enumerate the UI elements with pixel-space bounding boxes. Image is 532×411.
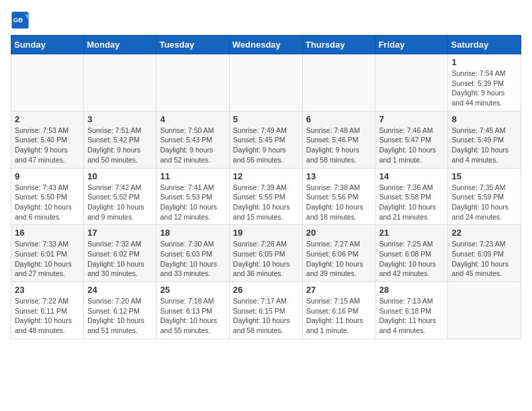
day-info: Sunrise: 7:32 AM Sunset: 6:02 PM Dayligh…	[87, 239, 152, 279]
calendar-cell: 14Sunrise: 7:36 AM Sunset: 5:58 PM Dayli…	[375, 168, 448, 225]
day-info: Sunrise: 7:27 AM Sunset: 6:06 PM Dayligh…	[306, 239, 372, 279]
day-info: Sunrise: 7:53 AM Sunset: 5:40 PM Dayligh…	[15, 126, 80, 165]
calendar-week-5: 23Sunrise: 7:22 AM Sunset: 6:11 PM Dayli…	[11, 282, 521, 339]
calendar-cell: 25Sunrise: 7:18 AM Sunset: 6:13 PM Dayli…	[157, 282, 229, 339]
day-number: 11	[160, 171, 225, 181]
calendar-cell: 1Sunrise: 7:54 AM Sunset: 5:39 PM Daylig…	[448, 54, 521, 111]
calendar-cell: 17Sunrise: 7:32 AM Sunset: 6:02 PM Dayli…	[84, 225, 157, 282]
day-number: 6	[306, 114, 372, 124]
calendar-cell: 15Sunrise: 7:35 AM Sunset: 5:59 PM Dayli…	[448, 168, 521, 225]
calendar-cell	[448, 282, 521, 339]
day-number: 10	[87, 171, 152, 181]
day-info: Sunrise: 7:48 AM Sunset: 5:46 PM Dayligh…	[306, 126, 372, 165]
day-info: Sunrise: 7:15 AM Sunset: 6:16 PM Dayligh…	[306, 296, 372, 336]
calendar-cell: 16Sunrise: 7:33 AM Sunset: 6:01 PM Dayli…	[11, 225, 84, 282]
col-header-tuesday: Tuesday	[157, 36, 229, 54]
day-info: Sunrise: 7:38 AM Sunset: 5:56 PM Dayligh…	[306, 183, 372, 222]
day-info: Sunrise: 7:51 AM Sunset: 5:42 PM Dayligh…	[87, 126, 152, 165]
calendar-cell: 9Sunrise: 7:43 AM Sunset: 5:50 PM Daylig…	[11, 168, 84, 225]
day-number: 16	[15, 228, 80, 238]
day-number: 23	[15, 285, 80, 295]
day-number: 2	[15, 114, 80, 124]
day-info: Sunrise: 7:50 AM Sunset: 5:43 PM Dayligh…	[160, 126, 225, 165]
day-number: 12	[233, 171, 299, 181]
calendar-cell: 10Sunrise: 7:42 AM Sunset: 5:52 PM Dayli…	[84, 168, 157, 225]
day-info: Sunrise: 7:54 AM Sunset: 5:39 PM Dayligh…	[451, 68, 517, 108]
day-info: Sunrise: 7:33 AM Sunset: 6:01 PM Dayligh…	[15, 239, 80, 279]
day-info: Sunrise: 7:42 AM Sunset: 5:52 PM Dayligh…	[87, 183, 152, 222]
day-number: 4	[160, 114, 225, 124]
day-info: Sunrise: 7:41 AM Sunset: 5:53 PM Dayligh…	[160, 183, 225, 222]
col-header-friday: Friday	[375, 36, 448, 54]
day-info: Sunrise: 7:28 AM Sunset: 6:05 PM Dayligh…	[233, 239, 299, 279]
calendar-cell: 8Sunrise: 7:45 AM Sunset: 5:49 PM Daylig…	[448, 111, 521, 168]
calendar-week-2: 2Sunrise: 7:53 AM Sunset: 5:40 PM Daylig…	[11, 111, 521, 168]
calendar-cell: 22Sunrise: 7:23 AM Sunset: 6:09 PM Dayli…	[448, 225, 521, 282]
col-header-thursday: Thursday	[302, 36, 375, 54]
day-number: 9	[15, 171, 80, 181]
calendar-cell: 7Sunrise: 7:46 AM Sunset: 5:47 PM Daylig…	[375, 111, 448, 168]
calendar-cell: 24Sunrise: 7:20 AM Sunset: 6:12 PM Dayli…	[84, 282, 157, 339]
day-number: 20	[306, 228, 372, 238]
day-info: Sunrise: 7:39 AM Sunset: 5:55 PM Dayligh…	[233, 183, 299, 222]
day-number: 27	[306, 285, 372, 295]
day-info: Sunrise: 7:43 AM Sunset: 5:50 PM Dayligh…	[15, 183, 80, 222]
calendar-cell: 12Sunrise: 7:39 AM Sunset: 5:55 PM Dayli…	[229, 168, 302, 225]
day-number: 13	[306, 171, 372, 181]
day-info: Sunrise: 7:36 AM Sunset: 5:58 PM Dayligh…	[379, 183, 444, 222]
calendar-cell: 20Sunrise: 7:27 AM Sunset: 6:06 PM Dayli…	[302, 225, 375, 282]
calendar-week-4: 16Sunrise: 7:33 AM Sunset: 6:01 PM Dayli…	[11, 225, 521, 282]
calendar-cell: 11Sunrise: 7:41 AM Sunset: 5:53 PM Dayli…	[157, 168, 229, 225]
calendar-cell	[84, 54, 157, 111]
col-header-wednesday: Wednesday	[229, 36, 302, 54]
day-number: 1	[451, 57, 517, 67]
calendar-cell: 26Sunrise: 7:17 AM Sunset: 6:15 PM Dayli…	[229, 282, 302, 339]
calendar-cell	[157, 54, 229, 111]
calendar-cell	[375, 54, 448, 111]
calendar-week-1: 1Sunrise: 7:54 AM Sunset: 5:39 PM Daylig…	[11, 54, 521, 111]
calendar-cell: 3Sunrise: 7:51 AM Sunset: 5:42 PM Daylig…	[84, 111, 157, 168]
calendar-cell: 2Sunrise: 7:53 AM Sunset: 5:40 PM Daylig…	[11, 111, 84, 168]
day-info: Sunrise: 7:18 AM Sunset: 6:13 PM Dayligh…	[160, 296, 225, 336]
calendar-cell: 6Sunrise: 7:48 AM Sunset: 5:46 PM Daylig…	[302, 111, 375, 168]
col-header-sunday: Sunday	[11, 36, 84, 54]
day-number: 3	[87, 114, 152, 124]
day-info: Sunrise: 7:30 AM Sunset: 6:03 PM Dayligh…	[160, 239, 225, 279]
day-number: 28	[379, 285, 444, 295]
col-header-monday: Monday	[84, 36, 157, 54]
calendar-cell: 19Sunrise: 7:28 AM Sunset: 6:05 PM Dayli…	[229, 225, 302, 282]
day-number: 24	[87, 285, 152, 295]
day-number: 25	[160, 285, 225, 295]
calendar-week-3: 9Sunrise: 7:43 AM Sunset: 5:50 PM Daylig…	[11, 168, 521, 225]
day-number: 5	[233, 114, 299, 124]
calendar-cell	[302, 54, 375, 111]
svg-text:GB: GB	[13, 16, 24, 24]
calendar-header-row: SundayMondayTuesdayWednesdayThursdayFrid…	[11, 36, 521, 54]
day-info: Sunrise: 7:23 AM Sunset: 6:09 PM Dayligh…	[451, 239, 517, 279]
day-info: Sunrise: 7:20 AM Sunset: 6:12 PM Dayligh…	[87, 296, 152, 336]
day-info: Sunrise: 7:25 AM Sunset: 6:08 PM Dayligh…	[379, 239, 444, 279]
day-number: 26	[233, 285, 299, 295]
logo-icon: GB	[11, 11, 30, 30]
day-info: Sunrise: 7:22 AM Sunset: 6:11 PM Dayligh…	[15, 296, 80, 336]
day-number: 17	[87, 228, 152, 238]
day-number: 21	[379, 228, 444, 238]
day-number: 18	[160, 228, 225, 238]
day-number: 19	[233, 228, 299, 238]
calendar-cell: 4Sunrise: 7:50 AM Sunset: 5:43 PM Daylig…	[157, 111, 229, 168]
day-number: 14	[379, 171, 444, 181]
day-info: Sunrise: 7:13 AM Sunset: 6:18 PM Dayligh…	[379, 296, 444, 336]
day-info: Sunrise: 7:49 AM Sunset: 5:45 PM Dayligh…	[233, 126, 299, 165]
calendar-cell: 5Sunrise: 7:49 AM Sunset: 5:45 PM Daylig…	[229, 111, 302, 168]
calendar-cell: 23Sunrise: 7:22 AM Sunset: 6:11 PM Dayli…	[11, 282, 84, 339]
calendar-cell: 18Sunrise: 7:30 AM Sunset: 6:03 PM Dayli…	[157, 225, 229, 282]
day-info: Sunrise: 7:35 AM Sunset: 5:59 PM Dayligh…	[451, 183, 517, 222]
logo: GB	[11, 11, 31, 30]
day-number: 15	[451, 171, 517, 181]
day-info: Sunrise: 7:17 AM Sunset: 6:15 PM Dayligh…	[233, 296, 299, 336]
day-number: 22	[451, 228, 517, 238]
col-header-saturday: Saturday	[448, 36, 521, 54]
calendar-cell: 13Sunrise: 7:38 AM Sunset: 5:56 PM Dayli…	[302, 168, 375, 225]
calendar-cell: 28Sunrise: 7:13 AM Sunset: 6:18 PM Dayli…	[375, 282, 448, 339]
day-info: Sunrise: 7:46 AM Sunset: 5:47 PM Dayligh…	[379, 126, 444, 165]
